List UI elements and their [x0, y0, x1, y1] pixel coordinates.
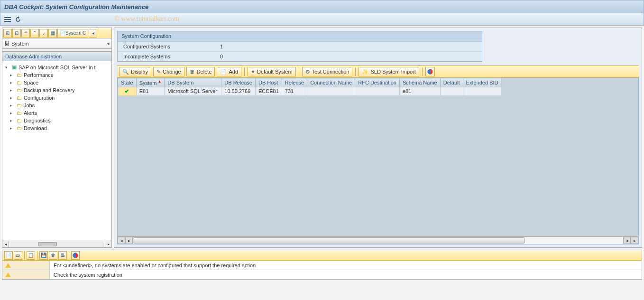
- cell-state: ✔: [118, 87, 137, 95]
- btn-label: Delete: [197, 69, 212, 75]
- tree-layout-icon[interactable]: ▦: [48, 29, 57, 38]
- folder-icon: 🗀: [17, 80, 22, 85]
- col-connection-name[interactable]: Connection Name: [307, 78, 355, 87]
- panel-value: 1: [204, 44, 223, 49]
- col-db-system[interactable]: DB System: [165, 78, 221, 87]
- app-title: DBA Cockpit: System Configuration Mainte…: [4, 3, 148, 10]
- cell-rfc-destination: [355, 87, 400, 95]
- test-connection-button[interactable]: ⚙ Test Connection: [302, 67, 353, 76]
- add-button[interactable]: 📄 Add: [217, 67, 241, 76]
- btn-label: Add: [229, 69, 238, 75]
- server-icon: 🗄: [4, 41, 9, 47]
- col-db-release[interactable]: DB Release: [221, 78, 256, 87]
- app-header: DBA Cockpit: System Configuration Mainte…: [0, 0, 644, 13]
- message-text: For <undefined>, no systems are enabled …: [50, 262, 259, 268]
- content-area: System Configuration Configured Systems …: [114, 28, 642, 248]
- tree-root-item[interactable]: ▾ ▣ SAP on Microsoft SQL Server in t: [3, 63, 110, 71]
- col-extended-sid[interactable]: Extended SID: [463, 78, 501, 87]
- msg-print-icon[interactable]: 🖶: [58, 251, 67, 260]
- message-text: Check the system registration: [50, 272, 126, 278]
- scroll-left-icon[interactable]: ◂: [118, 237, 125, 244]
- panel-label: Configured Systems: [123, 44, 194, 49]
- col-default[interactable]: Default: [440, 78, 463, 87]
- tree-scroll-left-icon[interactable]: ◂: [89, 29, 97, 38]
- table-row[interactable]: ✔ E81 Microsoft SQL Server 10.50.2769 EC…: [118, 87, 501, 95]
- scroll-thumb[interactable]: [133, 237, 525, 244]
- col-state[interactable]: State: [118, 78, 137, 87]
- pencil-icon: ✎: [156, 69, 161, 75]
- btn-label: Test Connection: [312, 69, 350, 75]
- tree-item-alerts[interactable]: ▸ 🗀 Alerts: [3, 109, 110, 117]
- folder-icon: 🗀: [17, 72, 22, 78]
- sidebar: ⊞ ⊟ ☂ ⌃ ⌄ ▦ 📄 System C ◂ 🗄 System ◂ Data…: [2, 28, 112, 248]
- tree-horizontal-scroll[interactable]: ◂ ▸: [2, 241, 111, 247]
- folder-icon: 🗀: [17, 118, 22, 123]
- col-system[interactable]: System▲: [136, 78, 165, 87]
- tree-item-download[interactable]: ▸ 🗀 Download: [3, 124, 110, 132]
- menu-icon[interactable]: [3, 15, 12, 24]
- message-toolbar: 📄 🗁 📋 💾 🗑 🖶: [2, 250, 642, 261]
- warning-icon: [5, 263, 11, 268]
- new-doc-icon: 📄: [220, 69, 227, 75]
- expand-icon: ▸: [10, 126, 15, 131]
- color-legend-icon[interactable]: [425, 67, 435, 76]
- expand-icon: ▸: [10, 118, 15, 123]
- tree-item-jobs[interactable]: ▸ 🗀 Jobs: [3, 102, 110, 109]
- msg-icon-cell: [2, 270, 50, 279]
- tree-system-btn-label: System C: [65, 30, 86, 36]
- sld-import-button[interactable]: ✨ SLD System Import: [359, 67, 419, 76]
- watermark-text: © www.tutorialkart.com: [114, 15, 179, 23]
- delete-button[interactable]: 🗑 Delete: [186, 67, 215, 76]
- separator: [422, 67, 423, 76]
- message-row[interactable]: Check the system registration: [2, 270, 642, 280]
- msg-new-icon[interactable]: 📄: [4, 251, 13, 260]
- panel-title: System Configuration: [118, 31, 482, 41]
- display-button[interactable]: 🔍 Display: [119, 67, 151, 76]
- star-icon: ⁕: [251, 69, 255, 75]
- tree-item-backup[interactable]: ▸ 🗀 Backup and Recovery: [3, 86, 110, 94]
- tree-find-icon[interactable]: ☂: [21, 29, 30, 38]
- cell-db-release: 10.50.2769: [221, 87, 256, 95]
- tree-collapse-all-icon[interactable]: ⊟: [12, 29, 21, 38]
- tree-expand-all-icon[interactable]: ⊞: [3, 29, 12, 38]
- tree-item-diagnostics[interactable]: ▸ 🗀 Diagnostics: [3, 117, 110, 124]
- document-icon: 📄: [60, 30, 65, 36]
- refresh-icon[interactable]: [14, 15, 22, 24]
- scroll-track[interactable]: [133, 237, 623, 244]
- svg-rect-2: [4, 21, 11, 22]
- scroll-left-step-icon[interactable]: ◂: [623, 237, 631, 244]
- msg-open-icon[interactable]: 🗁: [14, 251, 22, 260]
- col-release[interactable]: Release: [282, 78, 307, 87]
- cell-db-host: ECCE81: [256, 87, 282, 95]
- scroll-right-step-icon[interactable]: ▸: [125, 237, 133, 244]
- col-schema-name[interactable]: Schema Name: [399, 78, 440, 87]
- msg-save-icon[interactable]: 💾: [39, 251, 48, 260]
- tree-item-label: Jobs: [24, 103, 35, 108]
- tree-page-up-icon[interactable]: ⌃: [30, 29, 39, 38]
- tree-toolbar: ⊞ ⊟ ☂ ⌃ ⌄ ▦ 📄 System C ◂: [2, 28, 111, 38]
- scroll-right-icon[interactable]: ▸: [631, 237, 638, 244]
- change-button[interactable]: ✎ Change: [153, 67, 184, 76]
- message-row[interactable]: For <undefined>, no systems are enabled …: [2, 261, 642, 270]
- grid-horizontal-scroll[interactable]: ◂ ▸ ◂ ▸: [118, 236, 638, 244]
- msg-delete-icon[interactable]: 🗑: [49, 251, 57, 260]
- magnifier-icon: 🔍: [122, 69, 129, 75]
- separator: [299, 67, 299, 76]
- tree-item-configuration[interactable]: ▸ 🗀 Configuration: [3, 94, 110, 102]
- col-db-host[interactable]: DB Host: [256, 78, 282, 87]
- col-rfc-destination[interactable]: RFC Destination: [355, 78, 400, 87]
- tree-item-label: Alerts: [24, 110, 37, 116]
- msg-legend-icon[interactable]: [71, 251, 80, 260]
- expand-icon: ▸: [10, 103, 15, 108]
- default-system-button[interactable]: ⁕ Default System: [248, 67, 296, 76]
- system-dropdown[interactable]: 🗄 System ◂: [2, 38, 111, 49]
- system-dropdown-label: System: [11, 41, 29, 47]
- systems-table: State System▲ DB System DB Release DB Ho…: [118, 78, 501, 96]
- tree-item-label: Configuration: [24, 95, 55, 101]
- cell-default: [440, 87, 463, 95]
- tree-item-performance[interactable]: ▸ 🗀 Performance: [3, 71, 110, 79]
- msg-copy-icon[interactable]: 📋: [27, 251, 35, 260]
- tree-system-btn[interactable]: 📄 System C: [57, 29, 88, 38]
- tree-item-space[interactable]: ▸ 🗀 Space: [3, 79, 110, 86]
- tree-page-down-icon[interactable]: ⌄: [39, 29, 48, 38]
